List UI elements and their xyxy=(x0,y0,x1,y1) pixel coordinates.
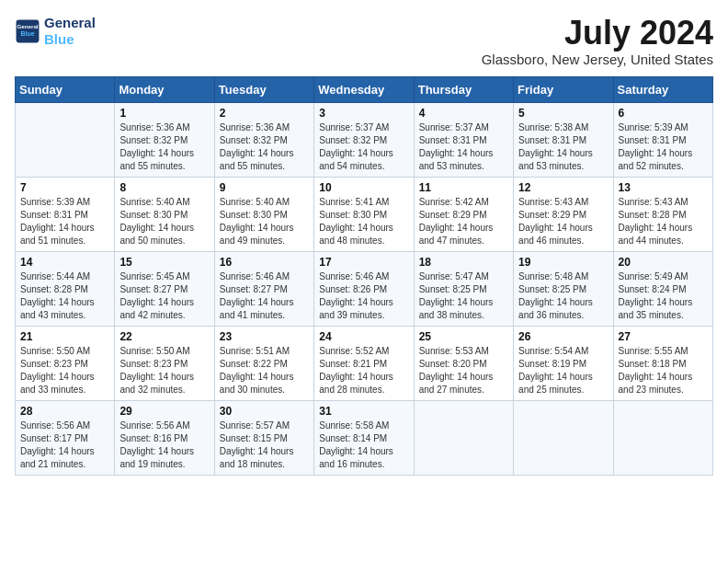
day-number: 26 xyxy=(518,330,608,343)
calendar-cell: 29Sunrise: 5:56 AM Sunset: 8:16 PM Dayli… xyxy=(115,400,214,475)
calendar-cell: 11Sunrise: 5:42 AM Sunset: 8:29 PM Dayli… xyxy=(414,177,513,251)
day-info: Sunrise: 5:36 AM Sunset: 8:32 PM Dayligh… xyxy=(119,121,209,173)
logo-text: General Blue xyxy=(44,15,96,48)
weekday-sunday: Sunday xyxy=(16,76,115,102)
day-number: 2 xyxy=(220,107,309,120)
calendar-cell: 26Sunrise: 5:54 AM Sunset: 8:19 PM Dayli… xyxy=(514,326,613,400)
calendar-cell: 1Sunrise: 5:36 AM Sunset: 8:32 PM Daylig… xyxy=(115,102,214,177)
day-number: 19 xyxy=(518,256,608,269)
day-info: Sunrise: 5:58 AM Sunset: 8:14 PM Dayligh… xyxy=(319,419,408,471)
calendar-cell: 16Sunrise: 5:46 AM Sunset: 8:27 PM Dayli… xyxy=(214,251,313,326)
day-info: Sunrise: 5:43 AM Sunset: 8:28 PM Dayligh… xyxy=(619,196,708,247)
day-number: 20 xyxy=(619,256,708,269)
day-info: Sunrise: 5:56 AM Sunset: 8:16 PM Dayligh… xyxy=(119,419,209,471)
day-number: 31 xyxy=(319,405,408,418)
day-info: Sunrise: 5:38 AM Sunset: 8:31 PM Dayligh… xyxy=(518,121,608,173)
calendar-body: 1Sunrise: 5:36 AM Sunset: 8:32 PM Daylig… xyxy=(16,102,713,475)
title-area: July 2024 Glassboro, New Jersey, United … xyxy=(482,15,713,67)
calendar-cell: 7Sunrise: 5:39 AM Sunset: 8:31 PM Daylig… xyxy=(16,177,115,251)
calendar-cell: 9Sunrise: 5:40 AM Sunset: 8:30 PM Daylig… xyxy=(214,177,313,251)
day-number: 27 xyxy=(619,330,708,343)
calendar-cell: 5Sunrise: 5:38 AM Sunset: 8:31 PM Daylig… xyxy=(514,102,613,177)
weekday-thursday: Thursday xyxy=(414,76,513,102)
day-info: Sunrise: 5:46 AM Sunset: 8:26 PM Dayligh… xyxy=(319,270,408,322)
day-number: 14 xyxy=(20,256,109,269)
calendar-cell: 20Sunrise: 5:49 AM Sunset: 8:24 PM Dayli… xyxy=(613,251,712,326)
day-info: Sunrise: 5:51 AM Sunset: 8:22 PM Dayligh… xyxy=(220,345,309,396)
day-number: 13 xyxy=(619,181,708,194)
day-number: 11 xyxy=(419,181,508,194)
calendar-cell: 27Sunrise: 5:55 AM Sunset: 8:18 PM Dayli… xyxy=(613,326,712,400)
day-number: 7 xyxy=(20,181,109,194)
day-info: Sunrise: 5:57 AM Sunset: 8:15 PM Dayligh… xyxy=(220,419,309,471)
page-header: General Blue General Blue July 2024 Glas… xyxy=(15,15,713,67)
day-number: 1 xyxy=(119,107,209,120)
calendar-table: SundayMondayTuesdayWednesdayThursdayFrid… xyxy=(15,76,713,476)
weekday-tuesday: Tuesday xyxy=(214,76,313,102)
day-number: 23 xyxy=(220,330,309,343)
day-info: Sunrise: 5:40 AM Sunset: 8:30 PM Dayligh… xyxy=(220,196,309,247)
day-number: 30 xyxy=(220,405,309,418)
calendar-cell: 2Sunrise: 5:36 AM Sunset: 8:32 PM Daylig… xyxy=(214,102,313,177)
day-info: Sunrise: 5:45 AM Sunset: 8:27 PM Dayligh… xyxy=(119,270,209,322)
calendar-cell: 10Sunrise: 5:41 AM Sunset: 8:30 PM Dayli… xyxy=(314,177,414,251)
calendar-week-3: 14Sunrise: 5:44 AM Sunset: 8:28 PM Dayli… xyxy=(16,251,713,326)
calendar-cell: 19Sunrise: 5:48 AM Sunset: 8:25 PM Dayli… xyxy=(514,251,613,326)
day-number: 29 xyxy=(119,405,209,418)
day-number: 15 xyxy=(119,256,209,269)
day-number: 21 xyxy=(20,330,109,343)
weekday-header-row: SundayMondayTuesdayWednesdayThursdayFrid… xyxy=(16,76,713,102)
day-number: 12 xyxy=(518,181,608,194)
calendar-week-4: 21Sunrise: 5:50 AM Sunset: 8:23 PM Dayli… xyxy=(16,326,713,400)
logo: General Blue General Blue xyxy=(15,15,96,48)
day-number: 6 xyxy=(619,107,708,120)
day-number: 10 xyxy=(319,181,408,194)
calendar-cell: 4Sunrise: 5:37 AM Sunset: 8:31 PM Daylig… xyxy=(414,102,513,177)
day-info: Sunrise: 5:39 AM Sunset: 8:31 PM Dayligh… xyxy=(20,196,109,247)
calendar-cell: 28Sunrise: 5:56 AM Sunset: 8:17 PM Dayli… xyxy=(16,400,115,475)
day-info: Sunrise: 5:55 AM Sunset: 8:18 PM Dayligh… xyxy=(619,345,708,396)
calendar-cell: 23Sunrise: 5:51 AM Sunset: 8:22 PM Dayli… xyxy=(214,326,313,400)
day-info: Sunrise: 5:54 AM Sunset: 8:19 PM Dayligh… xyxy=(518,345,608,396)
day-number: 28 xyxy=(20,405,109,418)
calendar-cell: 14Sunrise: 5:44 AM Sunset: 8:28 PM Dayli… xyxy=(16,251,115,326)
day-number: 25 xyxy=(419,330,508,343)
day-info: Sunrise: 5:41 AM Sunset: 8:30 PM Dayligh… xyxy=(319,196,408,247)
calendar-cell xyxy=(514,400,613,475)
calendar-cell: 24Sunrise: 5:52 AM Sunset: 8:21 PM Dayli… xyxy=(314,326,414,400)
day-info: Sunrise: 5:43 AM Sunset: 8:29 PM Dayligh… xyxy=(518,196,608,247)
calendar-cell: 8Sunrise: 5:40 AM Sunset: 8:30 PM Daylig… xyxy=(115,177,214,251)
day-info: Sunrise: 5:49 AM Sunset: 8:24 PM Dayligh… xyxy=(619,270,708,322)
calendar-cell: 22Sunrise: 5:50 AM Sunset: 8:23 PM Dayli… xyxy=(115,326,214,400)
calendar-cell: 31Sunrise: 5:58 AM Sunset: 8:14 PM Dayli… xyxy=(314,400,414,475)
day-info: Sunrise: 5:53 AM Sunset: 8:20 PM Dayligh… xyxy=(419,345,508,396)
location-title: Glassboro, New Jersey, United States xyxy=(482,52,713,67)
weekday-saturday: Saturday xyxy=(613,76,712,102)
calendar-cell: 21Sunrise: 5:50 AM Sunset: 8:23 PM Dayli… xyxy=(16,326,115,400)
weekday-wednesday: Wednesday xyxy=(314,76,414,102)
calendar-week-1: 1Sunrise: 5:36 AM Sunset: 8:32 PM Daylig… xyxy=(16,102,713,177)
calendar-cell: 18Sunrise: 5:47 AM Sunset: 8:25 PM Dayli… xyxy=(414,251,513,326)
calendar-cell: 17Sunrise: 5:46 AM Sunset: 8:26 PM Dayli… xyxy=(314,251,414,326)
day-info: Sunrise: 5:50 AM Sunset: 8:23 PM Dayligh… xyxy=(119,345,209,396)
day-info: Sunrise: 5:40 AM Sunset: 8:30 PM Dayligh… xyxy=(119,196,209,247)
day-info: Sunrise: 5:37 AM Sunset: 8:31 PM Dayligh… xyxy=(419,121,508,173)
day-number: 5 xyxy=(518,107,608,120)
day-info: Sunrise: 5:50 AM Sunset: 8:23 PM Dayligh… xyxy=(20,345,109,396)
month-title: July 2024 xyxy=(482,15,713,52)
day-info: Sunrise: 5:39 AM Sunset: 8:31 PM Dayligh… xyxy=(619,121,708,173)
weekday-monday: Monday xyxy=(115,76,214,102)
day-info: Sunrise: 5:56 AM Sunset: 8:17 PM Dayligh… xyxy=(20,419,109,471)
day-number: 22 xyxy=(119,330,209,343)
calendar-week-2: 7Sunrise: 5:39 AM Sunset: 8:31 PM Daylig… xyxy=(16,177,713,251)
calendar-cell: 15Sunrise: 5:45 AM Sunset: 8:27 PM Dayli… xyxy=(115,251,214,326)
day-info: Sunrise: 5:36 AM Sunset: 8:32 PM Dayligh… xyxy=(220,121,309,173)
day-info: Sunrise: 5:52 AM Sunset: 8:21 PM Dayligh… xyxy=(319,345,408,396)
day-number: 4 xyxy=(419,107,508,120)
calendar-cell: 30Sunrise: 5:57 AM Sunset: 8:15 PM Dayli… xyxy=(214,400,313,475)
logo-icon: General Blue xyxy=(15,18,40,44)
day-info: Sunrise: 5:46 AM Sunset: 8:27 PM Dayligh… xyxy=(220,270,309,322)
calendar-cell xyxy=(613,400,712,475)
weekday-friday: Friday xyxy=(514,76,613,102)
calendar-cell: 25Sunrise: 5:53 AM Sunset: 8:20 PM Dayli… xyxy=(414,326,513,400)
